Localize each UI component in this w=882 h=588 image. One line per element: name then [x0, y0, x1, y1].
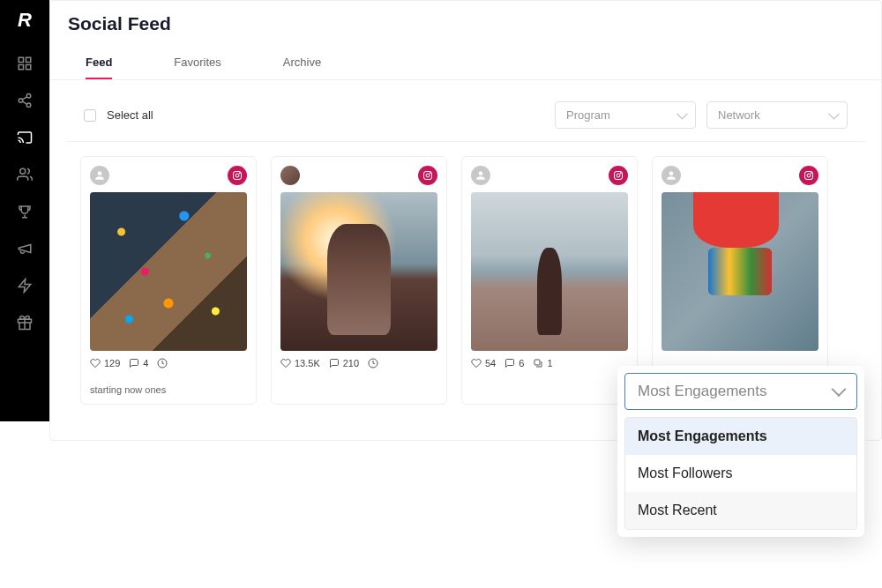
svg-point-6 — [26, 103, 31, 108]
svg-point-28 — [811, 173, 811, 174]
tab-favorites[interactable]: Favorites — [174, 47, 220, 79]
grid-icon — [17, 56, 33, 71]
avatar[interactable] — [662, 166, 681, 185]
svg-rect-1 — [26, 57, 31, 62]
nav-trophy[interactable] — [16, 203, 34, 220]
instagram-icon — [804, 170, 814, 181]
clock-icon — [368, 358, 378, 368]
sort-options-list: Most Engagements Most Followers Most Rec… — [624, 417, 857, 530]
network-filter[interactable]: Network — [706, 101, 848, 129]
svg-marker-11 — [19, 279, 31, 293]
nav-people[interactable] — [16, 166, 34, 183]
person-icon — [93, 169, 106, 182]
toolbar: Select all Program Network — [66, 89, 865, 142]
sort-dropdown-popup: Most Engagements Most Engagements Most F… — [617, 366, 864, 537]
svg-point-20 — [430, 173, 430, 174]
heart-icon — [471, 358, 482, 368]
instagram-icon — [613, 170, 624, 181]
comment-count: 4 — [143, 358, 148, 368]
lightning-icon — [17, 278, 33, 294]
svg-line-7 — [22, 97, 26, 100]
sort-select[interactable]: Most Engagements — [624, 373, 857, 410]
post-image[interactable] — [280, 192, 437, 351]
post-stats: 54 6 1 — [471, 358, 628, 368]
users-icon — [17, 167, 33, 182]
person-icon — [475, 169, 487, 182]
sidebar: R — [0, 0, 49, 421]
heart-icon — [280, 358, 291, 368]
sort-option-engagements[interactable]: Most Engagements — [625, 418, 856, 455]
comment-icon — [329, 358, 340, 368]
post-image[interactable] — [90, 192, 247, 351]
nav-gift[interactable] — [16, 314, 34, 331]
svg-rect-25 — [534, 360, 540, 365]
app-logo: R — [18, 9, 32, 32]
select-all-label: Select all — [107, 108, 153, 122]
comment-icon — [129, 358, 139, 368]
avatar[interactable] — [280, 166, 300, 185]
feed-card[interactable]: 54 6 1 — [461, 156, 638, 405]
clock-icon — [157, 358, 168, 368]
instagram-icon — [422, 170, 433, 181]
instagram-badge — [609, 166, 628, 185]
nav-dashboard[interactable] — [16, 55, 34, 72]
tab-feed[interactable]: Feed — [86, 47, 112, 79]
heart-icon — [90, 358, 101, 368]
feed-card[interactable]: 129 4 starting now ones — [80, 156, 257, 405]
svg-rect-3 — [26, 65, 31, 70]
svg-point-16 — [239, 173, 240, 174]
megaphone-icon — [17, 241, 33, 257]
trophy-icon — [17, 204, 33, 220]
comment-count: 6 — [519, 358, 524, 368]
gift-icon — [17, 315, 33, 331]
svg-point-27 — [807, 174, 811, 177]
page-title: Social Feed — [50, 1, 881, 47]
like-count: 54 — [485, 358, 496, 368]
svg-point-4 — [26, 94, 31, 99]
tabs: Feed Favorites Archive — [50, 47, 881, 80]
comment-count: 210 — [343, 358, 359, 368]
feed-card[interactable]: 13.5K 210 — [271, 156, 447, 405]
svg-line-8 — [22, 101, 26, 104]
svg-point-23 — [617, 174, 620, 177]
carousel-icon — [533, 358, 543, 368]
avatar[interactable] — [471, 166, 490, 185]
post-stats: 129 4 — [90, 358, 247, 368]
like-count: 129 — [104, 358, 120, 368]
svg-point-15 — [235, 174, 239, 177]
select-all-checkbox[interactable] — [84, 109, 96, 122]
instagram-icon — [232, 170, 243, 181]
svg-rect-2 — [19, 65, 23, 70]
nav-feed[interactable] — [16, 129, 34, 146]
svg-point-19 — [426, 174, 430, 177]
post-image[interactable] — [662, 192, 818, 351]
like-count: 13.5K — [295, 358, 320, 368]
comment-icon — [505, 358, 515, 368]
tab-archive[interactable]: Archive — [283, 47, 321, 79]
share-icon — [17, 93, 33, 108]
nav-announce[interactable] — [16, 240, 34, 257]
person-icon — [665, 169, 677, 182]
svg-point-24 — [620, 173, 621, 174]
svg-rect-0 — [19, 57, 23, 62]
instagram-badge — [799, 166, 818, 185]
sort-option-recent[interactable]: Most Recent — [625, 492, 856, 529]
instagram-badge — [228, 166, 247, 185]
nav-activity[interactable] — [16, 277, 34, 294]
post-caption: starting now ones — [90, 384, 247, 395]
sort-option-followers[interactable]: Most Followers — [625, 455, 856, 492]
post-image[interactable] — [471, 192, 628, 351]
nav-network[interactable] — [16, 92, 34, 109]
extra-count: 1 — [547, 358, 552, 368]
program-filter[interactable]: Program — [555, 101, 696, 129]
avatar[interactable] — [90, 166, 109, 185]
svg-point-5 — [19, 99, 23, 103]
svg-point-10 — [20, 168, 26, 174]
post-stats: 13.5K 210 — [280, 358, 437, 368]
instagram-badge — [418, 166, 437, 185]
cast-icon — [17, 130, 33, 145]
